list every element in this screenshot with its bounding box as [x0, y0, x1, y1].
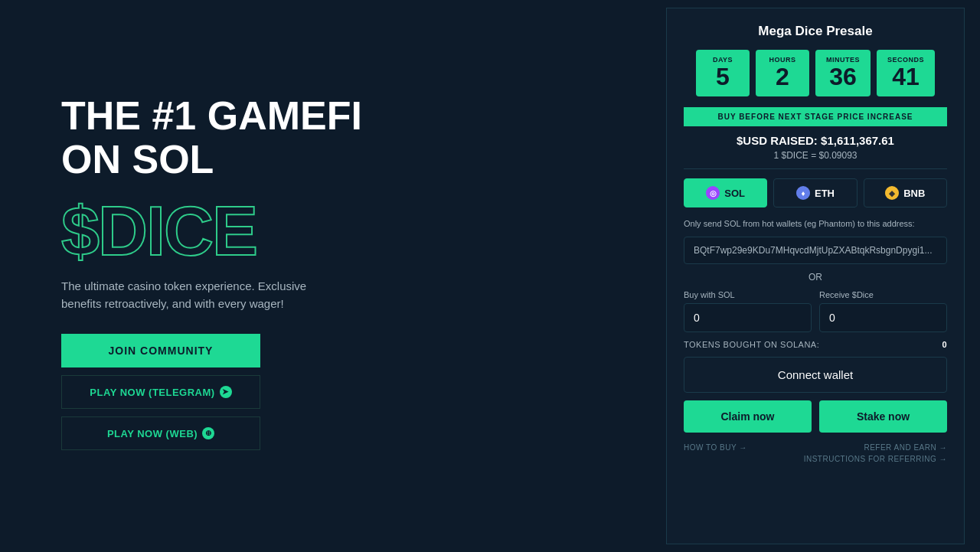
- address-hint: Only send SOL from hot wallets (eg Phant…: [684, 218, 947, 230]
- telegram-arrow-icon: ➤: [220, 386, 232, 398]
- address-box[interactable]: BQtF7wp29e9KDu7MHqvcdMjtUpZXABtqkRsbgnDp…: [684, 237, 947, 264]
- receive-label: Receive $Dice: [819, 290, 947, 299]
- footer-links: HOW TO BUY → REFER AND EARN → INSTRUCTIO…: [684, 443, 947, 463]
- instructions-link[interactable]: INSTRUCTIONS FOR REFERRING →: [804, 455, 947, 463]
- hours-value: 2: [776, 63, 789, 90]
- currency-tabs: ◎ SOL ♦ ETH ◆ BNB: [684, 178, 947, 207]
- play-web-button[interactable]: PLAY NOW (WEB) ⊕: [61, 416, 260, 450]
- play-telegram-button[interactable]: PLAY NOW (TELEGRAM) ➤: [61, 375, 260, 409]
- tagline: The ultimate casino token experience. Ex…: [61, 278, 322, 312]
- seconds-value: 41: [892, 63, 920, 90]
- eth-icon: ♦: [796, 186, 810, 200]
- how-to-buy-link[interactable]: HOW TO BUY →: [684, 443, 747, 452]
- dice-logo: $DICE: [61, 197, 620, 266]
- countdown: DAYS 5 HOURS 2 MINUTES 36 SECONDS 41: [684, 50, 947, 96]
- eth-tab[interactable]: ♦ ETH: [773, 178, 857, 207]
- or-divider: OR: [684, 272, 947, 283]
- days-box: DAYS 5: [696, 50, 750, 96]
- claim-button[interactable]: Claim now: [684, 400, 812, 433]
- receive-group: Receive $Dice: [819, 290, 947, 332]
- stake-button[interactable]: Stake now: [819, 400, 947, 433]
- join-community-button[interactable]: JOIN COMMUNITY: [61, 334, 260, 367]
- tokens-bought-row: TOKENS BOUGHT ON SOLANA: 0: [684, 340, 947, 349]
- hours-box: HOURS 2: [756, 50, 809, 96]
- days-value: 5: [716, 63, 730, 90]
- web-arrow-icon: ⊕: [202, 427, 214, 439]
- receive-input[interactable]: [819, 303, 947, 332]
- presale-title: Mega Dice Presale: [684, 24, 947, 39]
- refer-earn-link[interactable]: REFER AND EARN →: [864, 443, 947, 452]
- seconds-box: SECONDS 41: [877, 50, 935, 96]
- raised-amount: $USD RAISED: $1,611,367.61: [684, 134, 947, 147]
- bnb-icon: ◆: [885, 186, 899, 200]
- left-panel: THE #1 GAMEFI ON SOL $DICE The ultimate …: [0, 0, 666, 552]
- footer-right-links: REFER AND EARN → INSTRUCTIONS FOR REFERR…: [804, 443, 947, 463]
- notice-bar: BUY BEFORE NEXT STAGE PRICE INCREASE: [684, 107, 947, 126]
- buy-inputs: Buy with SOL Receive $Dice: [684, 290, 947, 332]
- action-buttons: Claim now Stake now: [684, 400, 947, 433]
- sol-icon: ◎: [706, 186, 720, 200]
- buy-with-label: Buy with SOL: [684, 290, 812, 299]
- buy-with-group: Buy with SOL: [684, 290, 812, 332]
- price-info: 1 $DICE = $0.09093: [684, 150, 947, 169]
- tokens-bought-label: TOKENS BOUGHT ON SOLANA:: [684, 340, 819, 349]
- bnb-tab[interactable]: ◆ BNB: [864, 178, 947, 207]
- tokens-bought-count: 0: [942, 340, 947, 349]
- connect-wallet-button[interactable]: Connect wallet: [684, 357, 947, 393]
- right-panel: Mega Dice Presale DAYS 5 HOURS 2 MINUTES…: [666, 8, 965, 544]
- main-heading: THE #1 GAMEFI ON SOL: [61, 94, 620, 181]
- buy-with-input[interactable]: [684, 303, 812, 332]
- minutes-box: MINUTES 36: [815, 50, 871, 96]
- minutes-value: 36: [829, 63, 857, 90]
- sol-tab[interactable]: ◎ SOL: [684, 178, 767, 207]
